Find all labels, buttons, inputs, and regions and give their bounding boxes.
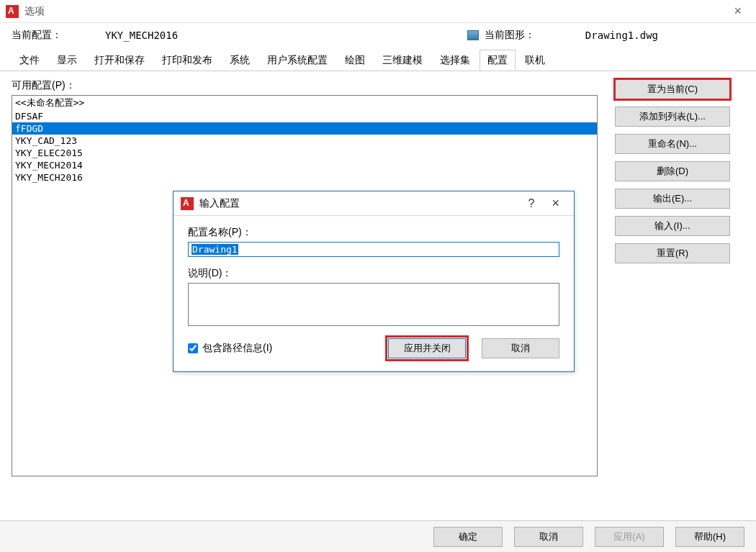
export-button[interactable]: 输出(E)... — [615, 189, 730, 209]
drawing-icon — [467, 30, 479, 40]
cancel-button[interactable]: 取消 — [514, 527, 583, 547]
dialog-cancel-button[interactable]: 取消 — [482, 338, 559, 358]
import-profile-dialog: 输入配置 ? × 配置名称(P)： Drawing1 说明(D)： 包含路径信息… — [173, 191, 575, 372]
apply-button[interactable]: 应用(A) — [595, 527, 664, 547]
app-icon — [6, 5, 19, 18]
current-drawing-value: Drawing1.dwg — [585, 30, 658, 41]
profiles-list-label: 可用配置(P)： — [12, 79, 598, 92]
help-button[interactable]: 帮助(H) — [675, 527, 744, 547]
set-current-button[interactable]: 置为当前(C) — [615, 79, 730, 99]
window-title: 选项 — [24, 5, 45, 18]
ok-button[interactable]: 确定 — [433, 527, 503, 547]
description-label: 说明(D)： — [188, 267, 559, 280]
tab-online[interactable]: 联机 — [517, 50, 553, 71]
tab-selection[interactable]: 选择集 — [432, 50, 478, 71]
titlebar: 选项 × — [0, 0, 756, 23]
add-to-list-button[interactable]: 添加到列表(L)... — [615, 107, 730, 127]
include-path-checkbox[interactable]: 包含路径信息(I) — [188, 342, 272, 355]
profile-name-label: 配置名称(P)： — [188, 226, 559, 239]
import-button[interactable]: 输入(I)... — [615, 216, 730, 236]
dialog-close-button[interactable]: × — [544, 196, 567, 211]
tabs: 文件 显示 打开和保存 打印和发布 系统 用户系统配置 绘图 三维建模 选择集 … — [0, 50, 756, 71]
list-item[interactable]: YKY_MECH2014 — [12, 159, 597, 171]
app-icon — [181, 197, 194, 210]
dialog-title: 输入配置 — [199, 197, 240, 210]
current-drawing-label: 当前图形： — [485, 29, 535, 42]
apply-and-close-button[interactable]: 应用并关闭 — [388, 338, 466, 358]
include-path-checkbox-input[interactable] — [188, 343, 198, 353]
tab-display[interactable]: 显示 — [49, 50, 85, 71]
dialog-help-button[interactable]: ? — [518, 197, 545, 210]
footer: 确定 取消 应用(A) 帮助(H) — [0, 520, 756, 552]
description-input[interactable] — [188, 283, 559, 326]
current-profile-value: YKY_MECH2016 — [105, 30, 178, 41]
dialog-titlebar: 输入配置 ? × — [174, 191, 574, 216]
reset-button[interactable]: 重置(R) — [615, 243, 730, 263]
tab-user-config[interactable]: 用户系统配置 — [259, 50, 336, 71]
profile-name-input[interactable]: Drawing1 — [188, 242, 559, 257]
list-item[interactable]: <<未命名配置>> — [12, 96, 597, 110]
list-item[interactable]: YKY_ELEC2015 — [12, 147, 597, 159]
tab-3d-modeling[interactable]: 三维建模 — [374, 50, 431, 71]
tab-system[interactable]: 系统 — [222, 50, 258, 71]
delete-button[interactable]: 删除(D) — [615, 161, 730, 181]
side-buttons: 置为当前(C) 添加到列表(L)... 重命名(N)... 删除(D) 输出(E… — [615, 79, 744, 476]
current-profile-label: 当前配置： — [12, 29, 62, 42]
list-item[interactable]: YKY_CAD_123 — [12, 135, 597, 147]
list-item[interactable]: fFDGD — [12, 122, 597, 135]
tab-drawing[interactable]: 绘图 — [337, 50, 373, 71]
rename-button[interactable]: 重命名(N)... — [615, 134, 730, 154]
tab-print-publish[interactable]: 打印和发布 — [154, 50, 220, 71]
window-close-button[interactable]: × — [725, 4, 750, 19]
include-path-label: 包含路径信息(I) — [202, 342, 272, 355]
tab-open-save[interactable]: 打开和保存 — [86, 50, 153, 71]
tab-file[interactable]: 文件 — [12, 50, 48, 71]
tab-profile[interactable]: 配置 — [480, 50, 516, 71]
info-row: 当前配置： YKY_MECH2016 当前图形： Drawing1.dwg — [0, 23, 756, 45]
list-item[interactable]: YKY_MECH2016 — [12, 171, 597, 184]
list-item[interactable]: DFSAF — [12, 110, 597, 122]
